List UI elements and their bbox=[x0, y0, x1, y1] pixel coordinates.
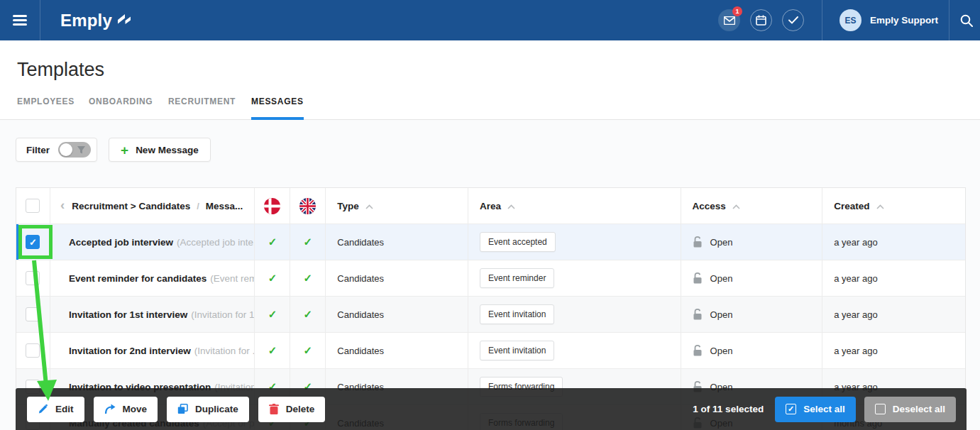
created-cell: a year ago bbox=[822, 333, 965, 368]
danish-flag-icon bbox=[264, 198, 280, 214]
funnel-icon bbox=[77, 145, 86, 158]
row-checkbox[interactable] bbox=[26, 343, 40, 358]
delete-button[interactable]: Delete bbox=[258, 397, 326, 422]
check-icon: ✓ bbox=[268, 344, 277, 357]
select-all-button[interactable]: ✓ Select all bbox=[775, 397, 856, 422]
access-cell: Open bbox=[681, 333, 823, 368]
check-icon: ✓ bbox=[268, 272, 277, 285]
english-translation-cell: ✓ bbox=[290, 260, 326, 296]
checkbox-empty-icon bbox=[875, 404, 886, 414]
search-icon bbox=[960, 14, 973, 27]
danish-translation-cell: ✓ bbox=[255, 224, 290, 260]
tab-recruitment[interactable]: RECRUITMENT bbox=[168, 97, 236, 117]
row-checkbox[interactable]: ✓ bbox=[26, 235, 40, 249]
column-header-created[interactable]: Created bbox=[822, 188, 965, 224]
danish-translation-cell: ✓ bbox=[255, 260, 290, 296]
checkbox-checked-icon: ✓ bbox=[786, 404, 796, 414]
area-badge: Event reminder bbox=[480, 268, 554, 288]
selection-action-bar: Edit Move Duplicate Delete 1 of 11 selec… bbox=[16, 388, 967, 430]
tab-messages[interactable]: MESSAGES bbox=[251, 97, 304, 120]
template-name-suffix: (Accepted job inte... bbox=[177, 237, 255, 248]
selected-row-stripe bbox=[16, 224, 18, 260]
tab-bar: EMPLOYEES ONBOARDING RECRUITMENT MESSAGE… bbox=[0, 97, 980, 120]
search-button[interactable] bbox=[952, 0, 980, 40]
check-icon: ✓ bbox=[304, 272, 313, 285]
selection-count: 1 of 11 selected bbox=[693, 404, 764, 414]
brand-logo[interactable]: Emply bbox=[60, 0, 132, 40]
access-value: Open bbox=[710, 309, 733, 320]
column-header-area[interactable]: Area bbox=[468, 188, 681, 224]
plus-icon: + bbox=[121, 143, 128, 157]
hamburger-menu-icon[interactable] bbox=[0, 0, 40, 40]
check-icon: ✓ bbox=[304, 236, 313, 248]
mail-badge: 1 bbox=[732, 6, 742, 16]
template-name: Invitation for 2nd interview bbox=[69, 346, 191, 356]
template-name-cell[interactable]: Invitation for 1st interview(Invitation … bbox=[50, 297, 255, 332]
tab-onboarding[interactable]: ONBOARDING bbox=[89, 97, 153, 117]
template-name-cell[interactable]: Invitation for 2nd interview(Invitation … bbox=[50, 333, 255, 368]
duplicate-button[interactable]: Duplicate bbox=[167, 397, 249, 422]
user-avatar[interactable]: ES bbox=[839, 9, 861, 31]
tab-employees[interactable]: EMPLOYEES bbox=[17, 97, 75, 117]
access-value: Open bbox=[710, 237, 733, 248]
access-value: Open bbox=[710, 346, 733, 356]
type-cell: Candidates bbox=[326, 333, 468, 368]
user-name[interactable]: Emply Support bbox=[870, 0, 938, 40]
edit-button[interactable]: Edit bbox=[27, 397, 84, 422]
access-value: Open bbox=[710, 273, 733, 284]
access-cell: Open bbox=[681, 260, 823, 296]
danish-translation-cell: ✓ bbox=[255, 333, 290, 368]
type-cell: Candidates bbox=[326, 224, 468, 260]
row-checkbox-cell bbox=[16, 297, 50, 332]
area-badge: Event invitation bbox=[480, 304, 554, 324]
chevron-left-icon[interactable]: ‹ bbox=[60, 197, 65, 213]
duplicate-icon bbox=[177, 404, 188, 414]
template-name-cell[interactable]: Accepted job interview(Accepted job inte… bbox=[50, 224, 255, 260]
column-header-english[interactable] bbox=[290, 188, 326, 224]
english-translation-cell: ✓ bbox=[290, 333, 326, 368]
open-lock-icon bbox=[693, 345, 703, 356]
row-checkbox[interactable] bbox=[26, 271, 40, 285]
check-icon: ✓ bbox=[304, 308, 313, 321]
table-row[interactable]: Invitation for 1st interview(Invitation … bbox=[16, 297, 965, 333]
area-cell: Event invitation bbox=[468, 297, 681, 332]
sort-caret-icon bbox=[876, 201, 884, 211]
area-badge: Event accepted bbox=[480, 232, 556, 252]
template-name-cell[interactable]: Event reminder for candidates(Event remi… bbox=[50, 260, 255, 296]
created-cell: a year ago bbox=[822, 224, 965, 260]
uk-flag-icon bbox=[299, 198, 316, 214]
select-all-checkbox[interactable] bbox=[26, 199, 40, 213]
check-icon: ✓ bbox=[268, 308, 277, 321]
filter-toggle[interactable] bbox=[58, 142, 91, 158]
open-lock-icon bbox=[693, 236, 703, 248]
template-name: Event reminder for candidates bbox=[69, 273, 207, 284]
area-cell: Event invitation bbox=[468, 333, 681, 368]
column-header-type[interactable]: Type bbox=[326, 188, 468, 224]
sort-caret-icon bbox=[507, 201, 515, 211]
column-header-access[interactable]: Access bbox=[681, 188, 823, 224]
open-lock-icon bbox=[693, 309, 703, 320]
breadcrumb-path[interactable]: Recruitment > Candidates bbox=[72, 201, 190, 211]
calendar-button[interactable] bbox=[750, 9, 772, 31]
deselect-all-button[interactable]: Deselect all bbox=[864, 397, 956, 422]
access-cell: Open bbox=[681, 297, 823, 332]
table-row[interactable]: Event reminder for candidates(Event remi… bbox=[16, 260, 965, 297]
english-translation-cell: ✓ bbox=[290, 224, 326, 260]
access-cell: Open bbox=[681, 224, 823, 260]
new-message-button[interactable]: + New Message bbox=[109, 138, 211, 162]
danish-translation-cell: ✓ bbox=[255, 297, 290, 332]
row-checkbox-cell bbox=[16, 333, 50, 368]
messages-button[interactable]: 1 bbox=[718, 9, 740, 31]
page-title: Templates bbox=[17, 59, 104, 81]
table-row[interactable]: ✓Accepted job interview(Accepted job int… bbox=[16, 224, 965, 260]
tasks-button[interactable] bbox=[782, 9, 804, 31]
sort-caret-icon bbox=[732, 201, 740, 211]
open-lock-icon bbox=[693, 272, 703, 284]
check-icon: ✓ bbox=[268, 236, 277, 248]
row-checkbox-cell: ✓ bbox=[16, 224, 50, 260]
area-cell: Event reminder bbox=[468, 260, 681, 296]
move-button[interactable]: Move bbox=[94, 397, 158, 422]
column-header-danish[interactable] bbox=[255, 188, 290, 224]
row-checkbox[interactable] bbox=[26, 307, 40, 321]
table-row[interactable]: Invitation for 2nd interview(Invitation … bbox=[16, 333, 965, 369]
